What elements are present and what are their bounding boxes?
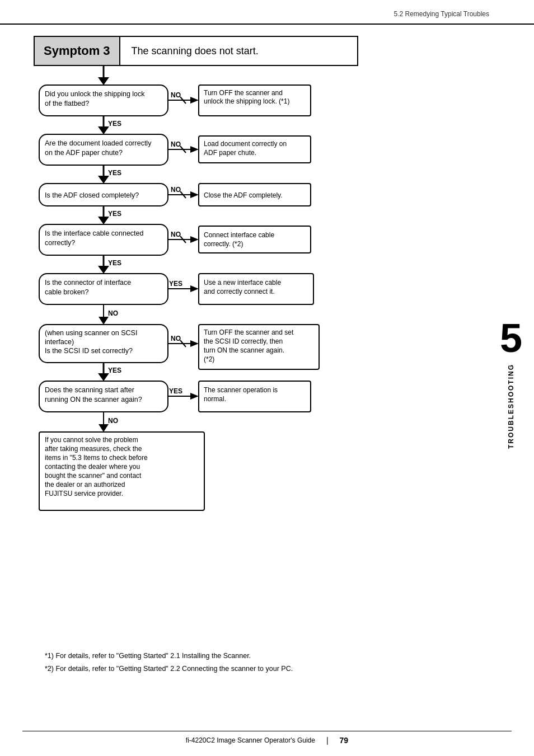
- svg-marker-35: [98, 217, 109, 224]
- svg-text:the SCSI ID correctly, then: the SCSI ID correctly, then: [204, 337, 283, 345]
- svg-text:Connect interface cable: Connect interface cable: [204, 231, 274, 239]
- svg-rect-87: [39, 432, 204, 510]
- svg-marker-13: [98, 126, 109, 134]
- svg-text:items in "5.3 Items to check b: items in "5.3 Items to check before: [45, 454, 148, 462]
- svg-marker-59: [99, 317, 109, 325]
- svg-marker-47: [98, 266, 109, 274]
- side-tab-number: 5: [500, 318, 522, 358]
- svg-text:running ON the scanner again?: running ON the scanner again?: [45, 396, 142, 403]
- svg-marker-74: [98, 373, 109, 381]
- svg-text:turn ON the scanner again.: turn ON the scanner again.: [204, 346, 284, 354]
- svg-text:Is the interface cable connect: Is the interface cable connected: [45, 229, 144, 237]
- svg-marker-80: [190, 393, 199, 400]
- svg-text:contacting the dealer where yo: contacting the dealer where you: [45, 463, 140, 471]
- svg-text:YES: YES: [169, 387, 182, 395]
- svg-text:Load document correctly on: Load document correctly on: [204, 140, 287, 148]
- svg-marker-19: [190, 146, 199, 153]
- svg-text:Are the document loaded correc: Are the document loaded correctly: [45, 139, 152, 147]
- svg-text:Did you unlock the shipping lo: Did you unlock the shipping lock: [45, 90, 145, 98]
- svg-text:YES: YES: [108, 169, 121, 177]
- svg-text:NO: NO: [171, 335, 181, 342]
- svg-text:NO: NO: [171, 186, 181, 194]
- svg-text:The scanner operation is: The scanner operation is: [204, 386, 278, 394]
- svg-marker-30: [190, 191, 199, 198]
- page-footer: fi-4220C2 Image Scanner Operator's Guide…: [22, 731, 512, 745]
- svg-text:YES: YES: [108, 367, 121, 374]
- svg-text:bought the scanner" and contac: bought the scanner" and contact: [45, 472, 142, 480]
- svg-text:NO: NO: [171, 231, 181, 238]
- svg-marker-41: [190, 236, 199, 243]
- svg-text:on the ADF paper chute?: on the ADF paper chute?: [45, 149, 123, 157]
- symptom-text: The scanning does not start.: [120, 39, 270, 64]
- svg-text:Turn OFF the scanner and: Turn OFF the scanner and: [204, 89, 283, 97]
- svg-text:cable broken?: cable broken?: [45, 288, 89, 296]
- svg-text:(when using scanner on SCSI: (when using scanner on SCSI: [45, 329, 137, 337]
- side-tab-text: TROUBLESHOOTING: [507, 364, 515, 449]
- svg-text:correctly?: correctly?: [45, 239, 75, 247]
- svg-marker-66: [190, 340, 199, 347]
- symptom-box: Symptom 3 The scanning does not start.: [34, 36, 358, 66]
- section-title: 5.2 Remedying Typical Troubles: [394, 10, 489, 18]
- footer-title: fi-4220C2 Image Scanner Operator's Guide: [186, 736, 315, 744]
- svg-text:and correctly connect it.: and correctly connect it.: [204, 288, 275, 295]
- svg-text:(*2): (*2): [204, 355, 214, 363]
- svg-text:interface): interface): [45, 338, 74, 346]
- svg-marker-1: [98, 77, 109, 85]
- svg-text:Turn OFF the scanner and set: Turn OFF the scanner and set: [204, 328, 294, 336]
- svg-text:the dealer or an authorized: the dealer or an authorized: [45, 481, 125, 489]
- svg-marker-7: [190, 97, 199, 104]
- flowchart-svg: Did you unlock the shipping lock of the …: [28, 66, 487, 637]
- svg-text:Close the ADF completely.: Close the ADF completely.: [204, 191, 283, 199]
- svg-text:unlock the shipping lock. (*1): unlock the shipping lock. (*1): [204, 97, 289, 105]
- svg-marker-25: [98, 176, 109, 184]
- page-header: 5.2 Remedying Typical Troubles: [0, 0, 534, 25]
- svg-text:NO: NO: [108, 417, 118, 425]
- svg-text:YES: YES: [169, 280, 182, 288]
- svg-text:YES: YES: [108, 120, 121, 128]
- svg-text:Is the SCSI ID set correctly?: Is the SCSI ID set correctly?: [45, 347, 133, 355]
- svg-text:If you cannot solve the proble: If you cannot solve the problem: [45, 436, 138, 444]
- svg-text:Is the ADF closed completely?: Is the ADF closed completely?: [45, 191, 139, 199]
- footnotes: *1) For details, refer to "Getting Start…: [45, 650, 494, 675]
- svg-text:correctly. (*2): correctly. (*2): [204, 240, 243, 248]
- svg-text:NO: NO: [171, 91, 181, 99]
- svg-marker-86: [99, 424, 109, 432]
- svg-text:NO: NO: [171, 140, 181, 148]
- side-tab: 5 TROUBLESHOOTING: [499, 81, 523, 686]
- footnote-2: *2) For details, refer to "Getting Start…: [45, 663, 494, 675]
- svg-text:ADF paper chute.: ADF paper chute.: [204, 149, 256, 157]
- svg-text:after taking measures, check t: after taking measures, check the: [45, 445, 142, 453]
- svg-text:YES: YES: [108, 210, 121, 218]
- svg-text:Does the scanning start after: Does the scanning start after: [45, 386, 134, 394]
- svg-text:Is the connector of interface: Is the connector of interface: [45, 279, 131, 287]
- svg-text:of the flatbed?: of the flatbed?: [45, 100, 89, 107]
- svg-text:Use a new interface cable: Use a new interface cable: [204, 279, 281, 287]
- svg-text:YES: YES: [108, 259, 121, 267]
- svg-text:NO: NO: [108, 309, 118, 317]
- svg-text:normal.: normal.: [204, 395, 226, 403]
- footer-divider: |: [326, 736, 329, 745]
- page-number: 79: [340, 736, 349, 745]
- svg-rect-42: [199, 226, 311, 253]
- symptom-label: Symptom 3: [35, 37, 120, 65]
- svg-marker-53: [190, 285, 199, 292]
- svg-text:FUJITSU service provider.: FUJITSU service provider.: [45, 490, 123, 497]
- footnote-1: *1) For details, refer to "Getting Start…: [45, 650, 494, 663]
